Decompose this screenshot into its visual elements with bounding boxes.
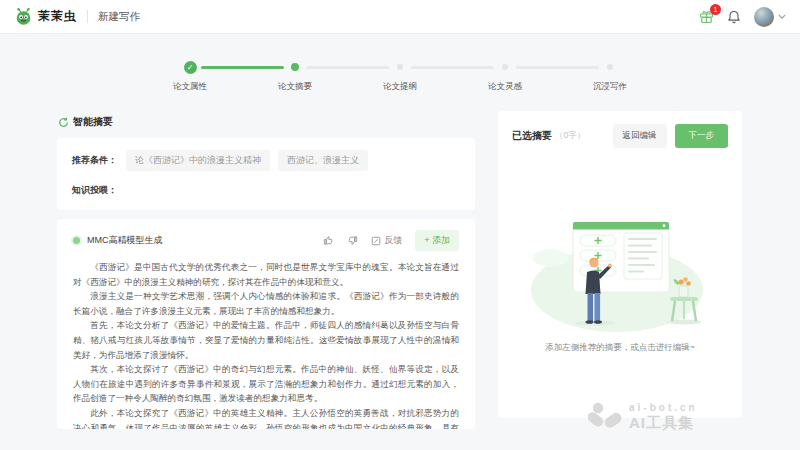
app-logo-text: 茉茉虫 (38, 8, 77, 25)
topbar: 茉茉虫 新建写作 1 (0, 0, 800, 34)
step-paper-abstract[interactable]: 论文摘要 (243, 60, 348, 93)
step-pending-icon (397, 64, 403, 70)
abstract-paragraph: 《西游记》是中国古代文学的优秀代表之一，同时也是世界文学宝库中的瑰宝。本论文旨在… (73, 260, 459, 289)
step-paper-inspiration[interactable]: 论文灵感 (453, 60, 558, 93)
gift-icon[interactable]: 1 (698, 9, 714, 25)
gift-badge: 1 (710, 4, 721, 15)
empty-state-illustration (512, 206, 728, 332)
step-pending-icon (502, 64, 508, 70)
user-menu[interactable] (754, 7, 786, 27)
stepper: ✓ 论文属性 论文摘要 论文提纲 论文灵感 沉浸写作 (138, 60, 663, 93)
abstract-paragraph: 浪漫主义是一种文学艺术思潮，强调个人内心情感的体验和追求。《西游记》作为一部史诗… (73, 289, 459, 318)
word-count: （0字） (555, 130, 585, 142)
thumbs-down-icon (347, 235, 358, 246)
knowledge-feed-label: 知识投喂： (72, 184, 117, 197)
generated-abstract-card: MMC高精模型生成 (57, 219, 475, 429)
app-logo-icon (14, 7, 33, 26)
step-immersive-writing[interactable]: 沉浸写作 (558, 60, 663, 93)
thumbs-up-icon (323, 235, 334, 246)
abstract-paragraph: 首先，本论文分析了《西游记》中的爱情主题。作品中，师徒四人的感情纠葛以及孙悟空与… (73, 318, 459, 362)
next-step-button[interactable]: 下一步 (675, 124, 729, 148)
add-abstract-button[interactable]: + 添加 (415, 230, 459, 251)
refresh-icon (58, 117, 69, 128)
section-title-smart-abstract: 智能摘要 (58, 115, 475, 129)
model-status-dot (73, 237, 80, 244)
step-paper-attributes[interactable]: ✓ 论文属性 (138, 60, 243, 93)
abstract-paragraph: 此外，本论文探究了《西游记》中的英雄主义精神。主人公孙悟空的英勇善战，对抗邪恶势… (73, 406, 459, 429)
empty-state-hint: 添加左侧推荐的摘要，或点击进行编辑~ (512, 342, 728, 354)
back-to-edit-button[interactable]: 返回编辑 (613, 124, 667, 148)
feedback-button[interactable]: 反馈 (371, 234, 402, 247)
abstract-paragraph: 其次，本论文探讨了《西游记》中的奇幻与幻想元素。作品中的神仙、妖怪、仙界等设定，… (73, 362, 459, 406)
step-pending-icon (607, 64, 613, 70)
avatar[interactable] (754, 7, 774, 27)
chevron-down-icon (778, 14, 786, 20)
selected-abstract-panel: 已选摘要 （0字） 返回编辑 下一步 (498, 111, 742, 418)
feedback-icon (371, 236, 381, 246)
thumbs-down-button[interactable] (347, 235, 358, 246)
condition-tag[interactable]: 西游记、浪漫主义 (278, 150, 368, 171)
conditions-card: 推荐条件： 论《西游记》中的浪漫主义精神 西游记、浪漫主义 知识投喂： (57, 138, 475, 210)
step-active-icon (291, 63, 299, 71)
topbar-divider (87, 10, 88, 23)
page-title: 新建写作 (98, 10, 140, 24)
conditions-label: 推荐条件： (72, 154, 117, 167)
condition-tag[interactable]: 论《西游记》中的浪漫主义精神 (126, 150, 270, 171)
selected-abstract-title: 已选摘要 (512, 129, 552, 143)
model-source-label: MMC高精模型生成 (87, 234, 163, 247)
step-paper-outline[interactable]: 论文提纲 (348, 60, 453, 93)
generated-abstract-text: 《西游记》是中国古代文学的优秀代表之一，同时也是世界文学宝库中的瑰宝。本论文旨在… (73, 260, 459, 429)
bell-icon[interactable] (727, 10, 741, 24)
thumbs-up-button[interactable] (323, 235, 334, 246)
step-done-icon: ✓ (184, 61, 197, 74)
